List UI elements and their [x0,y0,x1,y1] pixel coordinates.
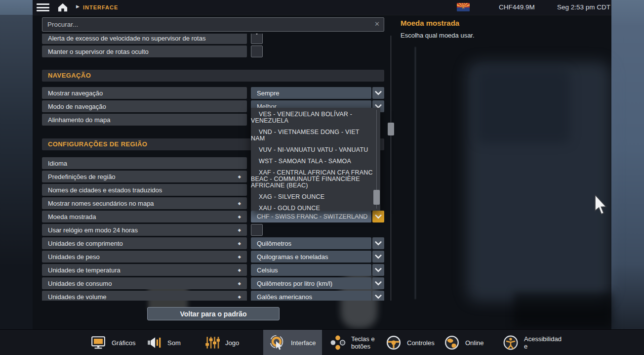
currency-select[interactable]: CHF - SWISS FRANC - SWITZERLAND [251,211,371,222]
setting-row: Unidades de volume ◆ Galões americanos [42,291,394,301]
search-bar: ✕ [42,17,384,32]
setting-label: Modo de navegação [48,103,106,110]
setting-label: Unidades de temperatura [48,266,121,274]
setting-label: Moeda mostrada [48,213,96,221]
speed-alert-checkbox[interactable] [251,34,263,44]
setting-label: Mostrar nomes secundários no mapa [48,200,154,207]
modified-diamond-icon: ◆ [238,175,241,179]
tab-label: Jogo [225,339,239,347]
modified-diamond-icon: ◆ [238,295,241,299]
temperature-units-select[interactable]: Celsius [251,264,371,276]
dropdown-option[interactable]: VUV - NI-VANUATU VATU - VANUATU [251,144,380,156]
accessibility-icon [502,334,519,351]
volume-units-select[interactable]: Galões americanos [251,291,371,301]
setting-label: Mostrar navegação [48,89,103,97]
scene-left-strip [0,15,33,329]
globe-icon [443,334,460,351]
setting-label: Unidades de volume [48,293,107,301]
fuel-consumption-units-select[interactable]: Quilômetros por litro (km/l) [251,277,371,289]
setting-label: Idioma [48,160,67,167]
chevron-down-icon[interactable] [372,87,384,99]
dropdown-option[interactable]: XAU - GOLD OUNCE [251,203,380,211]
reset-to-default-button[interactable]: Voltar para o padrão [147,307,280,320]
setting-row: Mostrar navegação Sempre [42,87,394,99]
modified-diamond-icon: ◆ [238,255,241,259]
search-input[interactable] [42,17,384,32]
clock-24h-checkbox[interactable] [251,224,263,236]
dropdown-scrollbar-handle[interactable] [373,190,380,205]
chevron-down-icon[interactable] [372,251,384,263]
weight-units-select[interactable]: Quilogramas e toneladas [251,251,371,263]
menu-icon[interactable] [37,3,49,11]
clear-search-icon[interactable]: ✕ [374,20,380,28]
section-header-navigation: NAVEGAÇÃO [42,70,384,82]
tab-label: Som [167,339,181,347]
tab-graphics[interactable]: Gráficos [84,330,141,355]
tab-online[interactable]: Online [438,330,490,355]
tab-label: Controles [407,339,435,347]
tab-interface[interactable]: Interface [263,330,322,355]
setting-label: Alerta de excesso de velocidade no super… [48,35,205,42]
setting-row: Unidades de comprimento ◆ Quilômetros [42,237,394,249]
dropdown-option[interactable]: XAG - SILVER OUNCE [251,191,380,203]
tab-label: Interface [291,339,316,347]
home-icon[interactable] [57,2,68,14]
dropdown-option[interactable]: XAF - CENTRAL AFRICAN CFA FRANC BEAC - C… [251,167,380,191]
setting-row: Alerta de excesso de velocidade no super… [42,34,394,44]
setting-label: Nomes de cidades e estados traduzidos [48,186,162,194]
main-scrollbar-track[interactable] [391,36,391,301]
chevron-down-icon[interactable] [372,291,384,301]
setting-label: Usar relógio em modo 24 horas [48,226,138,234]
setting-label: Unidades de comprimento [48,240,123,247]
main-scrollbar-handle[interactable] [388,123,394,135]
side-panel-title: Moeda mostrada [401,19,459,27]
sliders-icon [203,334,220,351]
chevron-down-icon[interactable] [372,237,384,249]
show-navigation-select[interactable]: Sempre [251,87,371,99]
tab-label: Acessibilidade [524,335,564,350]
currency-dropdown-popup: VES - VENEZUELAN BOLÍVAR - VENEZUELA VND… [251,108,380,211]
tab-accessibility[interactable]: Acessibilidade [496,330,569,355]
hide-route-advisor-checkbox[interactable] [251,45,263,57]
tab-sound[interactable]: Som [140,330,187,355]
breadcrumb-arrow-icon: ▶ [76,4,80,9]
truck-scene-right [611,0,644,329]
money-balance: CHF449.9M [499,3,535,11]
speaker-icon [146,334,162,351]
breadcrumb: INTERFACE [83,4,118,10]
setting-label: Alinhamento do mapa [48,116,110,124]
modified-diamond-icon: ◆ [238,201,241,206]
length-units-select[interactable]: Quilômetros [251,237,371,249]
check-icon [253,34,260,38]
tab-gameplay[interactable]: Jogo [198,330,245,355]
side-panel-description: Escolha qual moeda usar. [401,32,475,39]
chevron-down-icon[interactable] [372,277,384,289]
game-datetime: Seg 2:53 pm CDT [557,3,610,11]
tab-controls[interactable]: Controles [379,330,441,355]
modified-diamond-icon: ◆ [238,228,241,232]
setting-row: Moeda mostrada ◆ CHF - SWISS FRANC - SWI… [42,211,394,222]
tab-label: Gráficos [112,339,135,347]
setting-label: Unidades de peso [48,253,100,261]
dropdown-option[interactable]: VND - VIETNAMESE DONG - VIET NAM [251,127,380,144]
modified-diamond-icon: ◆ [238,281,241,286]
dropdown-option[interactable]: WST - SAMOAN TALA - SAMOA [251,156,380,167]
dropdown-option[interactable]: VES - VENEZUELAN BOLÍVAR - VENEZUELA [251,109,380,127]
top-bar: ▶ INTERFACE ★ CHF449.9M Seg 2:53 pm CDT [33,0,611,15]
setting-row: Unidades de temperatura ◆ Celsius [42,264,394,276]
gamepad-buttons-icon [329,334,346,351]
arizona-flag-icon: ★ [457,3,470,11]
tab-keys-buttons[interactable]: Teclas e botões [323,330,388,355]
modified-diamond-icon: ◆ [238,268,241,272]
setting-row: Usar relógio em modo 24 horas ◆ [42,224,394,236]
setting-row: Unidades de peso ◆ Quilogramas e tonelad… [42,251,394,263]
setting-label: Manter o supervisor de rotas oculto [48,48,149,55]
setting-label: Unidades de consumo [48,280,112,287]
monitor-icon [90,334,107,351]
chevron-down-icon[interactable] [372,211,384,222]
chevron-down-icon[interactable] [372,264,384,276]
settings-tab-bar: Gráficos Som Jogo [0,329,644,355]
setting-row: Unidades de consumo ◆ Quilômetros por li… [42,277,394,289]
tab-label: Teclas e botões [351,335,382,350]
steering-wheel-icon [385,334,402,351]
